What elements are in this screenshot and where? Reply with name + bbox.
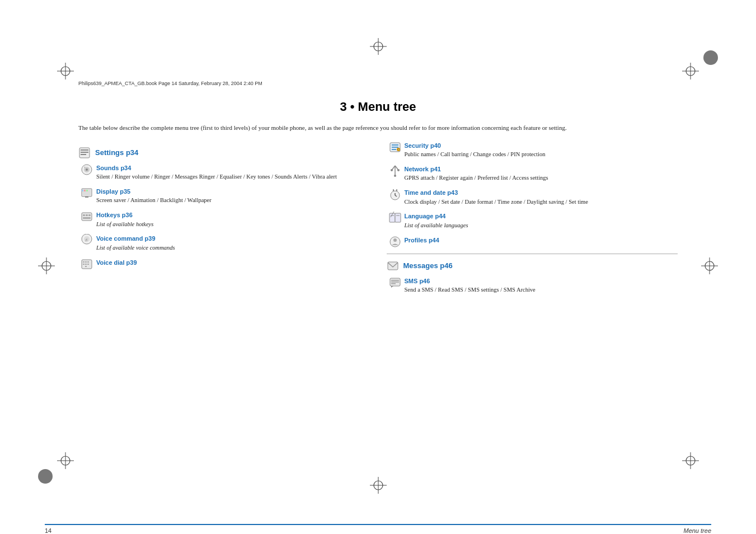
svg-rect-47: [83, 261, 84, 263]
page-title: 3 • Menu tree: [78, 100, 678, 114]
svg-text:🔒: 🔒: [397, 148, 400, 151]
language-subsection: Language p44 List of available languages: [389, 212, 678, 229]
language-icon: [389, 212, 401, 224]
corner-circle-tr: [703, 50, 718, 65]
time-date-content: Time and date p43 Clock display / Set da…: [405, 188, 678, 206]
svg-rect-35: [82, 190, 83, 191]
security-icon: 🔒: [389, 141, 401, 153]
svg-rect-42: [83, 217, 91, 219]
svg-rect-40: [86, 214, 88, 216]
sms-icon: [389, 277, 401, 289]
footer-section-title: Menu tree: [683, 527, 711, 534]
svg-rect-57: [392, 149, 396, 150]
voice-dial-title: Voice dial p39: [96, 258, 370, 268]
voice-dial-subsection: Voice dial p39: [81, 258, 370, 270]
registration-mark-bl: [57, 452, 74, 469]
registration-mark-tr: [682, 63, 699, 79]
footer-page-number: 14: [45, 527, 51, 534]
hotkeys-subsection: Hotkeys p36 List of available hotkeys: [81, 210, 370, 228]
settings-icon: [78, 147, 91, 159]
right-column: 🔒 Security p40 Public names / Call barri…: [387, 141, 678, 300]
profiles-content: Profiles p44: [405, 236, 678, 245]
messages-title: Messages p46: [403, 260, 453, 271]
svg-rect-69: [393, 189, 394, 191]
svg-rect-37: [86, 190, 88, 191]
svg-point-77: [393, 238, 397, 242]
svg-rect-70: [396, 189, 397, 191]
hotkeys-content: Hotkeys p36 List of available hotkeys: [96, 210, 370, 228]
svg-point-65: [394, 175, 396, 177]
voice-command-icon: ♬: [81, 234, 93, 246]
security-title: Security p40: [405, 141, 678, 151]
time-date-text: Clock display / Set date / Date format /…: [405, 198, 678, 207]
svg-point-30: [86, 168, 88, 171]
svg-rect-51: [85, 264, 87, 265]
svg-rect-26: [81, 152, 88, 153]
svg-rect-78: [388, 262, 398, 270]
sounds-text: Silent / Ringer volume / Ringer / Messag…: [96, 172, 370, 181]
messages-section-header: Messages p46: [387, 260, 678, 272]
svg-rect-55: [392, 144, 398, 146]
time-date-subsection: Time and date p43 Clock display / Set da…: [389, 188, 678, 206]
time-date-icon: [389, 188, 401, 200]
left-column: Settings p34 ♪ Sounds p34 Silent / Ringe…: [78, 141, 370, 300]
display-title: Display p35: [96, 187, 370, 196]
intro-text: The table below describe the complete me…: [78, 123, 678, 133]
content-area: Settings p34 ♪ Sounds p34 Silent / Ringe…: [78, 141, 678, 300]
sounds-content: Sounds p34 Silent / Ringer volume / Ring…: [96, 163, 370, 181]
svg-rect-34: [85, 196, 88, 198]
corner-circle-bl: [38, 469, 53, 484]
profiles-title: Profiles p44: [405, 236, 678, 245]
svg-rect-27: [81, 154, 86, 155]
profiles-subsection: Profiles p44: [389, 236, 678, 248]
sounds-title: Sounds p34: [96, 163, 370, 173]
display-content: Display p35 Screen saver / Animation / B…: [96, 187, 370, 205]
display-icon: [81, 187, 93, 199]
sms-text: Send a SMS / Read SMS / SMS settings / S…: [405, 285, 678, 294]
messages-icon: [387, 260, 399, 272]
svg-text:♬: ♬: [84, 237, 88, 242]
registration-mark-ml: [38, 257, 55, 274]
svg-rect-80: [391, 280, 399, 281]
registration-mark-bc: [370, 477, 387, 494]
sounds-subsection: ♪ Sounds p34 Silent / Ringer volume / Ri…: [81, 163, 370, 181]
profiles-icon: [389, 236, 401, 248]
network-text: GPRS attach / Register again / Preferred…: [405, 174, 678, 182]
network-subsection: Network p41 GPRS attach / Register again…: [389, 165, 678, 182]
svg-rect-72: [395, 213, 401, 222]
svg-rect-82: [391, 283, 396, 284]
settings-section-header: Settings p34: [78, 147, 370, 159]
sms-title: SMS p46: [405, 277, 678, 286]
svg-rect-49: [87, 261, 89, 263]
sounds-icon: ♪: [81, 163, 93, 176]
voice-command-title: Voice command p39: [96, 234, 370, 243]
voice-dial-content: Voice dial p39: [96, 258, 370, 268]
sms-subsection: SMS p46 Send a SMS / Read SMS / SMS sett…: [389, 277, 678, 294]
network-icon: [389, 165, 401, 177]
security-text: Public names / Call barring / Change cod…: [405, 150, 678, 159]
time-date-title: Time and date p43: [405, 188, 678, 198]
network-content: Network p41 GPRS attach / Register again…: [405, 165, 678, 182]
svg-rect-81: [391, 282, 399, 283]
svg-point-63: [391, 169, 393, 171]
language-title: Language p44: [405, 212, 678, 221]
security-content: Security p40 Public names / Call barring…: [405, 141, 678, 159]
svg-rect-56: [392, 147, 398, 148]
voice-command-subsection: ♬ Voice command p39 List of available vo…: [81, 234, 370, 252]
hotkeys-text: List of available hotkeys: [96, 220, 370, 229]
security-subsection: 🔒 Security p40 Public names / Call barri…: [389, 141, 678, 159]
registration-mark-tc: [370, 38, 387, 55]
footer: 14 Menu tree: [45, 524, 711, 534]
hotkeys-icon: [81, 210, 93, 223]
registration-mark-br: [682, 452, 699, 469]
settings-title: Settings p34: [95, 147, 138, 158]
display-subsection: Display p35 Screen saver / Animation / B…: [81, 187, 370, 205]
header-text: Philips639_APMEA_CTA_GB.book Page 14 Sat…: [78, 81, 262, 86]
voice-command-text: List of available voice commands: [96, 243, 370, 252]
voice-dial-icon: [81, 258, 93, 270]
svg-rect-52: [87, 264, 89, 265]
voice-command-content: Voice command p39 List of available voic…: [96, 234, 370, 252]
svg-point-64: [397, 169, 400, 171]
section-divider: [387, 254, 678, 254]
registration-mark-tl: [57, 63, 74, 79]
